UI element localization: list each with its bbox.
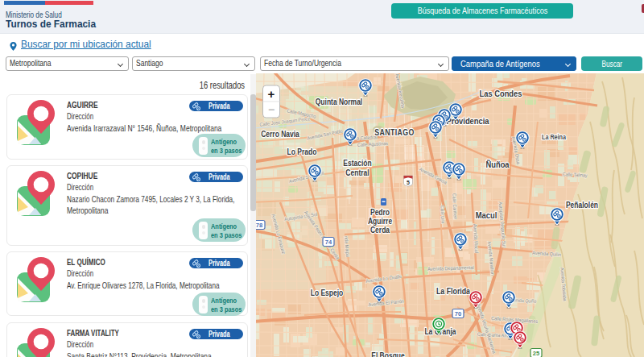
- svg-text:25: 25: [533, 350, 539, 357]
- svg-text:74: 74: [325, 239, 332, 246]
- svg-text:Lo Espejo: Lo Espejo: [311, 289, 344, 297]
- svg-text:+: +: [268, 87, 275, 101]
- svg-text:SANTIAGO: SANTIAGO: [374, 127, 415, 137]
- svg-text:70: 70: [455, 310, 461, 318]
- svg-text:78: 78: [256, 222, 262, 229]
- svg-text:Las Condes: Las Condes: [480, 89, 522, 98]
- svg-text:Macul: Macul: [476, 210, 497, 220]
- svg-text:5: 5: [407, 180, 410, 185]
- svg-text:Estación: Estación: [343, 159, 372, 168]
- svg-text:Central: Central: [345, 168, 369, 177]
- svg-text:Ñuñoa: Ñuñoa: [485, 159, 509, 169]
- svg-text:Peñalolén: Peñalolén: [566, 201, 598, 210]
- svg-text:El Bosque: El Bosque: [371, 351, 405, 357]
- svg-text:Lo Prado: Lo Prado: [287, 147, 317, 156]
- svg-text:Calle Lira: Calle Lira: [440, 205, 446, 224]
- svg-text:Quinta Normal: Quinta Normal: [316, 98, 362, 106]
- svg-text:−: −: [268, 103, 275, 116]
- svg-text:Providencia: Providencia: [447, 116, 489, 126]
- svg-text:La Florida: La Florida: [436, 286, 470, 296]
- svg-text:La Reina: La Reina: [542, 133, 567, 141]
- svg-text:Aguirre: Aguirre: [368, 217, 392, 226]
- svg-text:Cerda: Cerda: [370, 226, 390, 235]
- svg-text:Cerro Navia: Cerro Navia: [261, 130, 299, 139]
- svg-text:Pedro: Pedro: [370, 208, 390, 217]
